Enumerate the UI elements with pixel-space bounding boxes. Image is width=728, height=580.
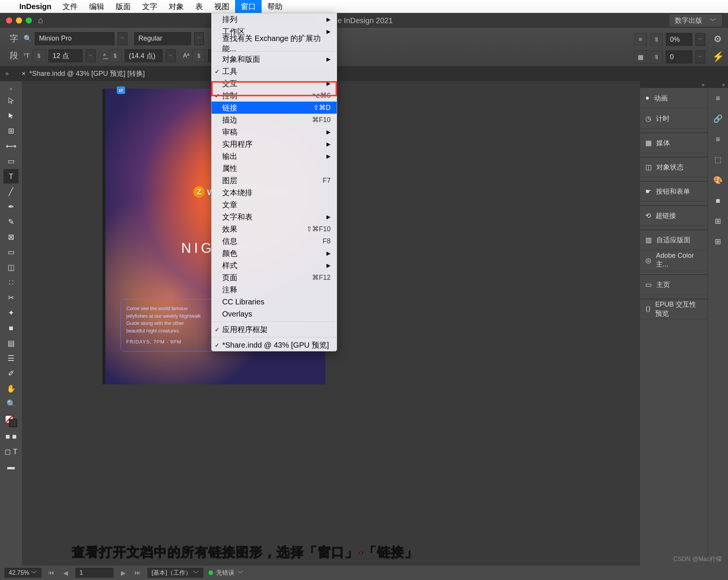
menu-item-注释[interactable]: 注释 (212, 284, 337, 296)
gap-tool[interactable]: ⟷ (3, 139, 19, 153)
align-icon[interactable]: ≡ (634, 33, 647, 46)
menu-item-样式[interactable]: 样式▶ (212, 259, 337, 271)
tab-close-icon[interactable]: × (22, 70, 26, 78)
menu-item-链接[interactable]: 链接⇧⌘D (212, 102, 337, 114)
gradient-swatch-tool[interactable]: ■ (3, 321, 19, 335)
menu-item-查找有关 Exchange 的扩展功能...[interactable]: 查找有关 Exchange 的扩展功能... (212, 38, 337, 50)
leading-stepper[interactable]: ⥮ (109, 49, 122, 62)
menu-help[interactable]: 帮助 (262, 0, 288, 13)
line-tool[interactable]: ╱ (3, 184, 19, 199)
collapse-rail-icon[interactable]: » (708, 81, 728, 88)
direct-selection-tool[interactable] (3, 108, 19, 123)
panel-rail-icon[interactable]: 🎨 (711, 170, 726, 190)
gradient-feather-tool[interactable]: ▤ (3, 336, 19, 350)
zoom-tool[interactable]: 🔍 (3, 397, 19, 411)
menu-item-Overlays[interactable]: Overlays (212, 308, 337, 320)
format-container-tool[interactable]: ◻ T (3, 444, 19, 459)
document-tab[interactable]: × *Share.indd @ 43% [GPU 预览] [转换] (16, 69, 150, 78)
menu-item-属性[interactable]: 属性 (212, 162, 337, 174)
font-size-input[interactable] (49, 49, 83, 62)
menu-item-CC Libraries[interactable]: CC Libraries (212, 296, 337, 308)
menu-item-文字和表[interactable]: 文字和表▶ (212, 211, 337, 223)
rectangle-frame-tool[interactable]: ⊠ (3, 230, 19, 244)
panel-对象状态[interactable]: ◫对象状态 (640, 157, 708, 177)
panel-rail-icon[interactable]: ⊞ (711, 211, 726, 231)
menu-object[interactable]: 对象 (163, 0, 190, 13)
percent-input[interactable] (666, 33, 692, 46)
font-style-dropdown[interactable]: ﹀ (194, 32, 204, 45)
close-window-button[interactable] (6, 17, 12, 24)
panel-动画[interactable]: ●动画 (640, 88, 708, 108)
panel-超链接[interactable]: ⟲超链接 (640, 205, 708, 226)
fill-stroke-swatch[interactable] (3, 414, 19, 428)
zero-dropdown[interactable]: ﹀ (695, 50, 705, 63)
menu-item-文章[interactable]: 文章 (212, 199, 337, 211)
app-name[interactable]: InDesign (14, 2, 57, 11)
menu-item-描边[interactable]: 描边⌘F10 (212, 114, 337, 126)
home-icon[interactable]: ⌂ (38, 16, 43, 25)
percent-dropdown[interactable]: ﹀ (695, 33, 705, 46)
zero-input[interactable] (666, 50, 692, 63)
panel-Adobe Color 主...[interactable]: ◎Adobe Color 主... (640, 250, 708, 271)
panel-计时[interactable]: ◷计时 (640, 108, 708, 129)
page-number[interactable]: 1 (75, 568, 113, 578)
menu-item-控制[interactable]: ✓控制⌥⌘6 (212, 89, 337, 102)
expand-tabs-icon[interactable]: » (5, 70, 9, 77)
workspace-dropdown[interactable]: 数字出版 ﹀ (670, 14, 722, 27)
menu-type[interactable]: 文字 (136, 0, 163, 13)
menu-table[interactable]: 表 (190, 0, 209, 13)
prev-page-button[interactable]: ◀ (61, 568, 70, 577)
content-collector-tool[interactable]: ▭ (3, 154, 19, 168)
panel-rail-icon[interactable]: ≡ (711, 88, 726, 108)
menu-item-应用程序框架[interactable]: ✓应用程序框架 (212, 323, 337, 335)
menu-file[interactable]: 文件 (57, 0, 83, 13)
menu-window[interactable]: 窗口 (235, 0, 262, 13)
panel-EPUB 交互性预览[interactable]: ⟨⟩EPUB 交互性预览 (640, 299, 708, 319)
pen-tool[interactable]: ✒ (3, 199, 19, 214)
shape-tool[interactable]: ◫ (3, 260, 19, 274)
page-tool[interactable]: ⊞ (3, 124, 19, 138)
pencil-tool[interactable]: ✎ (3, 215, 19, 229)
grid-icon[interactable]: ▦ (634, 50, 647, 63)
menu-item-信息[interactable]: 信息F8 (212, 235, 337, 247)
note-tool[interactable]: ☰ (3, 351, 19, 365)
maximize-window-button[interactable] (26, 17, 32, 24)
para-mode-button[interactable]: 段 (10, 50, 18, 61)
menu-item-输出[interactable]: 输出▶ (212, 150, 337, 162)
preferences-icon[interactable]: ⚙ (711, 33, 724, 45)
color-theme-tool[interactable]: ■ ■ (3, 429, 19, 444)
panel-rail-icon[interactable]: ≡ (711, 129, 726, 149)
minimize-window-button[interactable] (16, 17, 22, 24)
panel-主页[interactable]: ▭主页 (640, 274, 708, 295)
type-tool[interactable]: T (3, 169, 19, 183)
menu-view[interactable]: 视图 (209, 0, 235, 13)
rectangle-tool[interactable]: ▭ (3, 245, 19, 259)
size-stepper[interactable]: ⥮ (33, 49, 46, 62)
last-page-button[interactable]: ⏭ (133, 568, 142, 577)
baseline-stepper[interactable]: ⥮ (192, 49, 205, 62)
column-tool[interactable]: ∷ (3, 275, 19, 290)
zero-stepper[interactable]: ⥮ (650, 50, 663, 63)
leading-input[interactable] (125, 49, 163, 62)
first-page-button[interactable]: ⏮ (47, 568, 56, 577)
collapse-panels-icon[interactable]: » (640, 81, 708, 88)
menu-edit[interactable]: 编辑 (83, 0, 110, 13)
panel-按钮和表单[interactable]: ☛按钮和表单 (640, 181, 708, 202)
selection-tool[interactable] (3, 93, 19, 108)
next-page-button[interactable]: ▶ (119, 568, 128, 577)
menu-item-颜色[interactable]: 颜色▶ (212, 247, 337, 259)
font-size-dropdown[interactable]: ﹀ (86, 49, 96, 62)
font-family-dropdown[interactable]: ﹀ (118, 32, 127, 45)
menu-item-效果[interactable]: 效果⇧⌘F10 (212, 223, 337, 235)
menu-layout[interactable]: 版面 (110, 0, 136, 13)
preflight-status[interactable]: 无错误 ﹀ (209, 569, 243, 577)
hand-tool[interactable]: ✋ (3, 381, 19, 396)
menu-item-交互[interactable]: 交互▶ (212, 77, 337, 89)
free-transform-tool[interactable]: ✦ (3, 306, 19, 320)
expand-tools-icon[interactable]: » (3, 85, 19, 92)
panel-rail-icon[interactable]: ⊞ (711, 231, 726, 252)
char-mode-button[interactable]: 字 (10, 33, 18, 44)
leading-dropdown[interactable]: ﹀ (166, 49, 176, 62)
panel-自适应版面[interactable]: ▥自适应版面 (640, 230, 708, 250)
menu-item-*Share.indd @ 43% [GPU 预览][interactable]: ✓*Share.indd @ 43% [GPU 预览] (212, 339, 337, 351)
